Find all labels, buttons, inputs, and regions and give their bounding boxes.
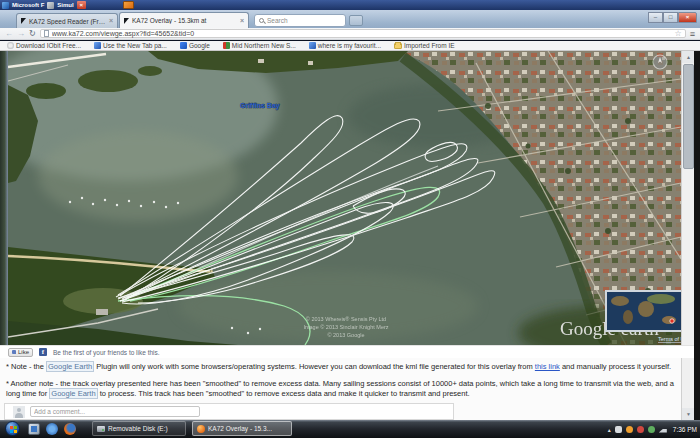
- browser-icon[interactable]: [64, 423, 76, 435]
- tab-ka72-speed-reader[interactable]: KA72 Speed Reader (Free) ×: [16, 13, 118, 28]
- window-controls: – □ ×: [648, 12, 697, 23]
- tray-icon[interactable]: [615, 426, 622, 433]
- bookmark-label: Google: [189, 42, 210, 49]
- bookmark-icon: [309, 42, 316, 49]
- network-icon[interactable]: [659, 426, 667, 433]
- google-earth-chip[interactable]: Google Earth: [49, 388, 97, 399]
- like-label: Like: [18, 349, 29, 355]
- ka72-icon: [197, 425, 205, 433]
- bookmark-new-tab-page[interactable]: Use the New Tab pa...: [94, 42, 167, 49]
- forward-icon[interactable]: →: [17, 29, 25, 39]
- bookmark-icon: [180, 42, 187, 49]
- reload-icon[interactable]: ↻: [29, 29, 36, 39]
- bookmark-label: Mid Northern New S...: [232, 42, 296, 49]
- ka72-favicon: [124, 18, 129, 24]
- attribution-line: © 2013 Google: [327, 332, 364, 338]
- orange-app-icon: [123, 1, 134, 9]
- browser-tab-bar: KA72 Speed Reader (Free) × KA72 Overlay …: [0, 10, 700, 28]
- satellite-image: Griffins Bay © 2013 Whereis® Sensis Pty …: [8, 51, 681, 345]
- back-icon[interactable]: ←: [5, 29, 13, 39]
- background-window-titlebar: Microsoft F Simul ×: [0, 0, 700, 10]
- bookmark-where-is[interactable]: where is my favourit...: [309, 42, 381, 49]
- facebook-row: Like f Be the first of your friends to l…: [0, 345, 694, 358]
- note-2: * Another note - the track overlay prese…: [6, 379, 686, 399]
- building: [308, 61, 313, 65]
- background-window-title: Simul: [57, 2, 73, 8]
- google-earth-map[interactable]: Griffins Bay © 2013 Whereis® Sensis Pty …: [8, 51, 681, 345]
- bookmark-label: Download IObit Free...: [16, 42, 81, 49]
- page-content: Griffins Bay © 2013 Whereis® Sensis Pty …: [0, 51, 700, 420]
- background-window-title: Microsoft F: [12, 2, 44, 8]
- comment-area: [4, 403, 454, 420]
- new-tab-button[interactable]: [349, 15, 363, 26]
- close-icon[interactable]: ×: [77, 1, 86, 9]
- taskbar-button-removable-disk[interactable]: Removable Disk (E:): [92, 421, 186, 436]
- attribution-line: Image © 2013 Sinclair Knight Merz: [303, 324, 388, 330]
- compass-control[interactable]: [653, 55, 667, 69]
- search-tab[interactable]: Search: [254, 14, 346, 27]
- tab-label: KA72 Speed Reader (Free): [29, 18, 106, 25]
- bookmark-label: Use the New Tab pa...: [103, 42, 167, 49]
- taskbar-clock[interactable]: 7:36 PM: [671, 426, 697, 433]
- tray-expand-icon[interactable]: ▴: [608, 426, 611, 433]
- system-tray: ▴ 7:36 PM: [608, 420, 697, 438]
- desktop: Microsoft F Simul × KA72 Speed Reader (F…: [0, 0, 700, 438]
- window-edge: [694, 51, 700, 420]
- tab-ka72-overlay[interactable]: KA72 Overlay - 15.3km at ×: [119, 12, 249, 28]
- bookmark-star-icon[interactable]: ☆: [675, 30, 682, 38]
- app-icon: [47, 2, 54, 9]
- scrollbar-thumb[interactable]: [683, 64, 694, 169]
- comment-input[interactable]: [30, 406, 200, 417]
- taskbar-button-label: KA72 Overlay - 15.3...: [208, 425, 272, 432]
- attribution-line: © 2013 Whereis® Sensis Pty Ltd: [306, 316, 386, 322]
- shallow-water: [178, 271, 478, 341]
- search-icon: [259, 18, 264, 23]
- media-player-icon[interactable]: [46, 423, 58, 435]
- island: [138, 66, 162, 76]
- google-earth-chip[interactable]: Google Earth: [46, 361, 94, 372]
- url-text[interactable]: www.ka72.com/viewge.aspx?fid=45652&tid=0: [52, 30, 672, 38]
- facebook-message: Be the first of your friends to like thi…: [53, 349, 160, 356]
- app-icon: [2, 2, 9, 9]
- tray-icon[interactable]: [648, 426, 655, 433]
- bookmark-imported-from-ie[interactable]: Imported From IE: [394, 42, 455, 49]
- kml-download-link[interactable]: this link: [535, 362, 560, 371]
- tray-icon[interactable]: [637, 426, 644, 433]
- bookmark-mid-northern[interactable]: Mid Northern New S...: [223, 42, 296, 49]
- start-button[interactable]: [5, 421, 20, 436]
- taskbar-button-ka72[interactable]: KA72 Overlay - 15.3...: [192, 421, 292, 436]
- address-bar-row: ← → ↻ www.ka72.com/viewge.aspx?fid=45652…: [0, 28, 700, 40]
- tray-icon[interactable]: [626, 426, 633, 433]
- tab-close-icon[interactable]: ×: [240, 18, 244, 24]
- maximize-button[interactable]: □: [663, 12, 678, 23]
- url-input[interactable]: www.ka72.com/viewge.aspx?fid=45652&tid=0…: [40, 29, 686, 38]
- facebook-like-button[interactable]: Like: [8, 348, 33, 357]
- bookmark-google[interactable]: Google: [180, 42, 210, 49]
- notes-section: * Note - the Google Earth Plugin will on…: [0, 362, 692, 406]
- island: [26, 83, 66, 99]
- avatar: [13, 406, 25, 418]
- drive-icon: [97, 426, 105, 432]
- tab-label: KA72 Overlay - 15.3km at: [132, 17, 237, 24]
- tab-close-icon[interactable]: ×: [109, 18, 113, 24]
- bookmarks-bar: Download IObit Free... Use the New Tab p…: [0, 41, 700, 51]
- windows-taskbar: Removable Disk (E:) KA72 Overlay - 15.3.…: [0, 420, 700, 438]
- minimize-button[interactable]: –: [648, 12, 663, 23]
- bookmark-icon: [94, 42, 101, 49]
- explorer-icon[interactable]: [28, 423, 40, 435]
- ka72-favicon: [21, 18, 26, 24]
- terms-of-use-link[interactable]: Terms of Use: [658, 336, 681, 342]
- island: [78, 70, 138, 92]
- building: [258, 59, 264, 63]
- close-button[interactable]: ×: [678, 12, 697, 23]
- note-text: Plugin will only work with some browsers…: [94, 362, 535, 371]
- facebook-icon: f: [39, 348, 47, 356]
- search-tab-label: Search: [267, 17, 288, 24]
- bay-label: Griffins Bay: [240, 102, 280, 110]
- page-icon: [44, 30, 49, 37]
- location-marker: [670, 319, 674, 323]
- bookmark-download-iobit[interactable]: Download IObit Free...: [7, 42, 81, 49]
- windows-logo-icon: [10, 426, 17, 433]
- menu-icon[interactable]: ≡: [690, 29, 695, 39]
- folder-icon: [394, 43, 402, 49]
